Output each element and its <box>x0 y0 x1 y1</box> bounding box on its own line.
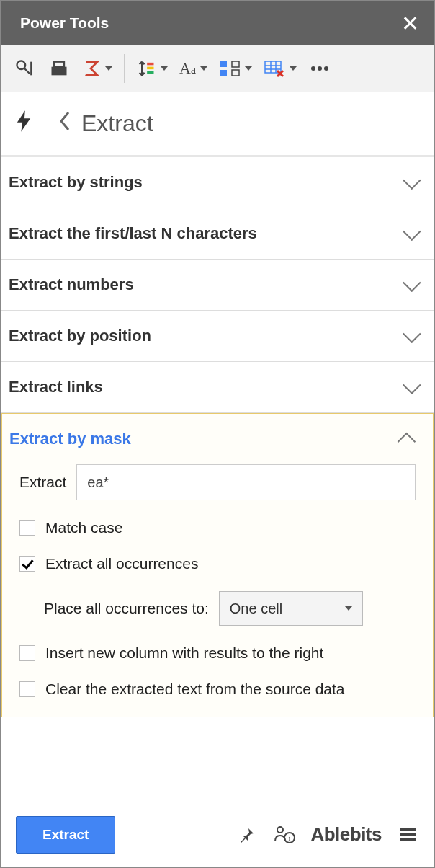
dedupe-icon[interactable] <box>43 53 75 84</box>
section-title: Extract the first/last N characters <box>9 224 257 243</box>
svg-rect-3 <box>52 66 67 75</box>
section-first-last-n[interactable]: Extract the first/last N characters <box>1 208 434 260</box>
section-title: Extract by strings <box>9 173 143 192</box>
mask-pattern-input[interactable] <box>76 464 416 500</box>
chevron-down-icon <box>403 273 421 291</box>
match-case-label: Match case <box>45 519 122 536</box>
chevron-down-icon <box>403 376 421 394</box>
pin-icon[interactable] <box>236 823 259 846</box>
svg-rect-10 <box>220 70 227 76</box>
select-value: One cell <box>230 601 282 617</box>
svg-rect-7 <box>147 66 153 69</box>
svg-rect-5 <box>85 74 97 76</box>
more-icon[interactable] <box>304 53 336 84</box>
back-icon[interactable] <box>58 111 71 136</box>
svg-rect-6 <box>147 62 153 65</box>
svg-rect-4 <box>54 61 64 66</box>
place-occurrences-label: Place all occurrences to: <box>44 600 209 617</box>
toolbar: Aa <box>1 45 434 92</box>
smart-toolbox-icon[interactable] <box>9 53 40 84</box>
svg-point-20 <box>324 66 328 71</box>
insert-column-label: Insert new column with results to the ri… <box>45 645 323 662</box>
menu-icon[interactable] <box>396 823 419 846</box>
match-case-checkbox[interactable] <box>19 520 35 536</box>
extract-button[interactable]: Extract <box>16 816 115 854</box>
split-icon[interactable] <box>215 53 256 84</box>
svg-rect-9 <box>220 61 227 67</box>
chevron-up-icon <box>398 433 416 451</box>
section-extract-links[interactable]: Extract links <box>1 362 434 413</box>
svg-point-18 <box>311 66 315 71</box>
info-person-icon[interactable]: i <box>273 823 296 846</box>
window-title: Power Tools <box>20 14 109 32</box>
chevron-down-icon <box>403 222 421 240</box>
clear-source-checkbox[interactable] <box>19 681 35 697</box>
extract-label: Extract <box>19 474 66 491</box>
chevron-down-icon <box>403 171 421 189</box>
svg-line-1 <box>24 68 30 74</box>
insert-column-checkbox[interactable] <box>19 645 35 661</box>
section-extract-by-strings[interactable]: Extract by strings <box>1 157 434 208</box>
svg-rect-2 <box>30 61 32 75</box>
all-occurrences-label: Extract all occurrences <box>45 555 198 572</box>
section-extract-numbers[interactable]: Extract numbers <box>1 260 434 311</box>
section-extract-by-position[interactable]: Extract by position <box>1 311 434 362</box>
chevron-down-icon <box>403 324 421 342</box>
svg-text:i: i <box>289 834 291 842</box>
brand-logo[interactable]: Ablebits <box>310 823 382 846</box>
svg-rect-8 <box>147 71 153 74</box>
clear-source-label: Clear the extracted text from the source… <box>45 681 345 698</box>
page-title: Extract <box>81 110 153 137</box>
section-title: Extract by position <box>9 327 151 345</box>
svg-rect-11 <box>232 61 239 67</box>
text-case-icon[interactable]: Aa <box>175 53 212 84</box>
close-icon[interactable]: ✕ <box>401 11 419 36</box>
svg-rect-12 <box>232 70 239 76</box>
section-title: Extract links <box>9 378 103 397</box>
sum-icon[interactable] <box>78 53 117 84</box>
place-occurrences-select[interactable]: One cell <box>219 591 363 626</box>
section-title: Extract by mask <box>9 430 131 448</box>
bolt-icon[interactable] <box>16 110 32 137</box>
sort-icon[interactable] <box>132 53 172 84</box>
svg-point-19 <box>318 66 322 71</box>
all-occurrences-checkbox[interactable] <box>19 556 35 572</box>
section-title: Extract numbers <box>9 275 134 294</box>
remove-table-icon[interactable] <box>259 53 301 84</box>
svg-point-21 <box>277 827 283 833</box>
svg-point-0 <box>17 61 26 69</box>
section-extract-by-mask[interactable]: Extract by mask <box>2 414 433 464</box>
chevron-down-icon <box>345 606 352 611</box>
